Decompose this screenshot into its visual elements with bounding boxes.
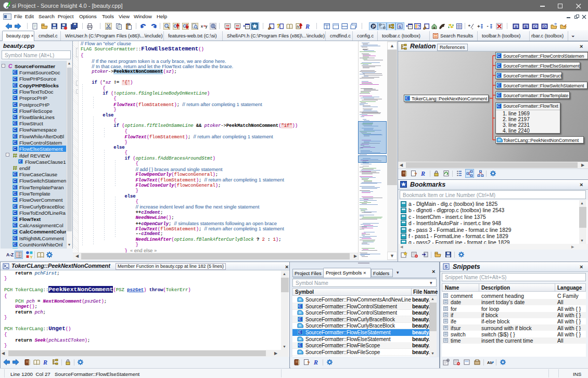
svg-text:x: x (201, 24, 203, 28)
svg-text:?: ? (418, 24, 420, 29)
svg-text:Ab: Ab (487, 360, 493, 365)
svg-text:?: ? (307, 360, 310, 366)
svg-text:S: S (444, 264, 448, 269)
svg-text:?: ? (414, 172, 417, 177)
svg-text:-: - (472, 26, 474, 30)
svg-text:D: D (543, 25, 546, 29)
svg-text:S: S (399, 24, 402, 29)
svg-text:R: R (43, 359, 47, 366)
svg-text:R: R (313, 359, 318, 366)
svg-text:y: y (206, 24, 208, 29)
svg-text:Y: Y (30, 255, 33, 259)
svg-text:R: R (420, 170, 425, 177)
svg-text:C: C (534, 25, 536, 29)
svg-text:+: + (477, 23, 480, 29)
svg-text:B: B (525, 25, 527, 29)
svg-text:-: - (487, 23, 489, 29)
svg-text:P: P (372, 24, 375, 29)
svg-text:?: ? (277, 23, 280, 29)
svg-text:+: + (468, 23, 471, 28)
svg-text:A: A (515, 25, 517, 29)
svg-text:R: R (305, 23, 310, 30)
